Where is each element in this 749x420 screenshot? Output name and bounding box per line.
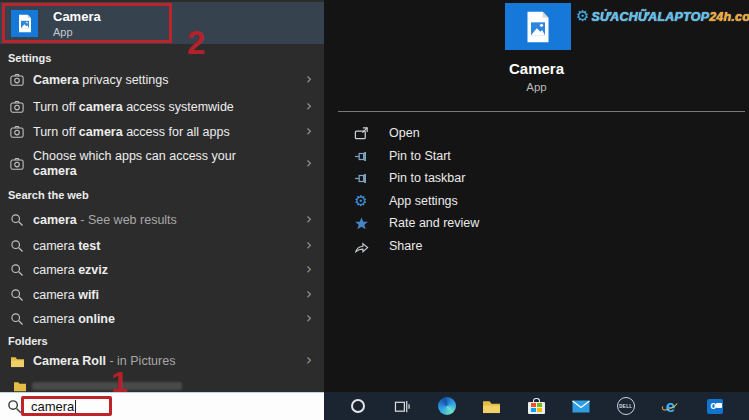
divider [338,111,745,112]
web-result-camera-ezviz[interactable]: camera ezviz › [0,258,324,282]
section-header-search-the-web: Search the web [8,189,89,201]
annotation-number-2: 2 [187,26,205,59]
folder-icon [13,380,27,392]
task-view-icon[interactable] [391,395,413,417]
chevron-right-icon: › [306,351,312,369]
photo-sheet-icon [524,10,552,44]
web-result-camera[interactable]: camera - See web results › [0,208,324,232]
search-icon [9,212,25,228]
result-label: Turn off camera access systemwide [33,100,234,114]
open-icon [352,125,370,141]
search-icon [7,399,22,414]
result-label: camera - See web results [33,213,177,227]
windows-search-screen: Camera App Settings Camera privacy setti… [0,0,749,420]
action-rate-and-review[interactable]: Rate and review [352,212,742,234]
search-results-panel: Camera App Settings Camera privacy setti… [0,0,324,392]
watermark-text: SỬACHỮALAPTOP24h.com [591,10,749,24]
annotation-box-step1 [21,396,112,416]
preview-app-title: Camera [324,60,749,77]
action-share[interactable]: Share [352,235,742,257]
action-app-settings[interactable]: ⚙ App settings [352,190,742,212]
gear-icon: ⚙ [576,9,589,24]
outlook-icon[interactable]: o [704,395,726,417]
result-label: camera online [33,312,115,326]
action-label: Rate and review [389,216,479,230]
camera-settings-icon [9,124,25,140]
dell-label: DELL [617,397,635,415]
chevron-right-icon: › [306,97,312,115]
chevron-right-icon: › [306,122,312,140]
result-label: camera test [33,239,100,253]
result-label: Camera privacy settings [33,73,169,87]
folder-icon [9,353,25,369]
search-icon [9,238,25,254]
action-pin-to-taskbar[interactable]: Pin to taskbar [352,167,742,189]
action-label: Pin to taskbar [389,171,465,185]
share-icon [352,238,370,254]
search-icon [9,311,25,327]
action-pin-to-start[interactable]: Pin to Start [352,145,742,167]
result-turn-off-camera-systemwide[interactable]: Turn off camera access systemwide › [0,95,324,119]
camera-settings-icon [9,99,25,115]
edge-icon[interactable] [436,395,458,417]
chevron-right-icon: › [306,260,312,278]
action-open[interactable]: Open [352,122,742,144]
web-result-camera-test[interactable]: camera test › [0,234,324,258]
chevron-right-icon: › [306,309,312,327]
result-turn-off-camera-all-apps[interactable]: Turn off camera access for all apps › [0,120,324,144]
result-label: Camera Roll - in Pictures [33,354,175,368]
preview-app-subtitle: App [324,81,749,93]
action-label: Pin to Start [389,149,451,163]
folder-result-camera-roll[interactable]: Camera Roll - in Pictures › [0,349,324,373]
chevron-right-icon: › [306,236,312,254]
result-choose-apps-camera-access[interactable]: Choose which apps can access your camera… [0,146,324,182]
search-icon [9,262,25,278]
gear-icon: ⚙ [352,193,370,209]
chevron-right-icon: › [306,210,312,228]
section-header-settings: Settings [8,52,51,64]
taskbar: DELL e o [324,392,749,420]
result-camera-privacy-settings[interactable]: Camera privacy settings › [0,68,324,92]
chevron-right-icon: › [306,70,312,88]
result-label: camera ezviz [33,263,108,277]
chevron-right-icon: › [306,154,312,172]
camera-settings-icon [9,72,25,88]
annotation-box-step2 [2,3,172,43]
partial-folder-row[interactable] [0,378,324,392]
result-label: Choose which apps can access your camera [33,149,271,179]
action-label: Share [389,239,422,253]
mail-icon[interactable] [570,395,592,417]
star-icon [352,215,370,231]
camera-settings-icon [9,156,25,172]
annotation-number-1: 1 [111,367,128,397]
action-label: App settings [389,194,458,208]
occluded-text [32,382,182,390]
search-icon [9,287,25,303]
pin-icon [352,148,370,164]
internet-explorer-icon[interactable]: e [660,395,682,417]
action-label: Open [389,126,420,140]
camera-app-tile[interactable] [505,3,571,50]
result-label: Turn off camera access for all apps [33,125,230,139]
web-result-camera-wifi[interactable]: camera wifi › [0,283,324,307]
result-label: camera wifi [33,288,99,302]
chevron-right-icon: › [306,285,312,303]
watermark-logo: ⚙ SỬACHỮALAPTOP24h.com [576,9,749,24]
microsoft-store-icon[interactable] [525,395,547,417]
web-result-camera-online[interactable]: camera online › [0,307,324,331]
file-explorer-icon[interactable] [481,395,503,417]
pin-icon [352,170,370,186]
dell-icon[interactable]: DELL [615,395,637,417]
section-header-folders: Folders [8,335,48,347]
cortana-icon[interactable] [347,395,369,417]
